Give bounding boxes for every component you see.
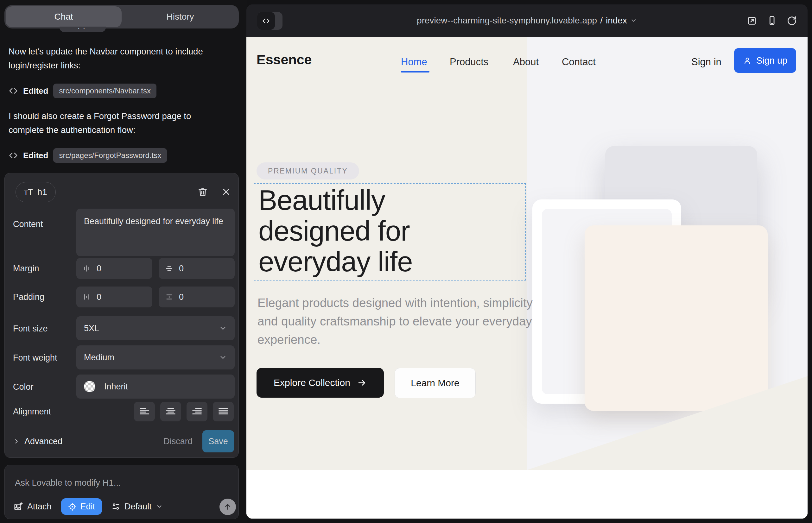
padding-x-input[interactable]: 0 xyxy=(76,287,152,307)
explore-collection-button[interactable]: Explore Collection xyxy=(257,368,384,398)
close-editor-button[interactable] xyxy=(221,186,231,197)
target-icon xyxy=(68,502,77,511)
font-weight-label: Font weight xyxy=(13,353,57,363)
tab-history[interactable]: History xyxy=(123,5,237,29)
edited-label: Edited xyxy=(23,86,48,96)
save-button[interactable]: Save xyxy=(202,430,234,452)
element-editor-panel: тT h1 Content Beautifully designed for e… xyxy=(4,173,239,458)
content-label: Content xyxy=(13,219,43,229)
chevron-down-icon xyxy=(630,17,637,24)
headline-line: everyday life xyxy=(259,246,413,277)
headline-line: designed for xyxy=(259,216,413,246)
mobile-view-button[interactable] xyxy=(766,15,777,26)
url-domain: preview--charming-site-symphony.lovable.… xyxy=(417,16,597,26)
margin-x-input[interactable]: 0 xyxy=(76,258,152,279)
learn-more-button[interactable]: Learn More xyxy=(394,368,476,398)
edited-file-row: Edited src/pages/ForgotPassword.tsx xyxy=(8,147,167,163)
margin-x-value: 0 xyxy=(96,264,101,273)
attach-label: Attach xyxy=(27,502,52,511)
send-button[interactable] xyxy=(219,499,236,515)
padding-vertical-icon xyxy=(165,293,173,301)
font-weight-value: Medium xyxy=(84,353,114,362)
padding-y-input[interactable]: 0 xyxy=(159,287,235,307)
arrow-up-icon xyxy=(224,503,232,511)
margin-y-input[interactable]: 0 xyxy=(159,258,235,279)
nav-link-about[interactable]: About xyxy=(513,56,539,68)
nav-link-contact[interactable]: Contact xyxy=(562,56,596,68)
discard-button[interactable]: Discard xyxy=(162,430,194,452)
advanced-toggle[interactable]: Advanced xyxy=(13,430,63,452)
color-swatch-transparent xyxy=(84,381,95,392)
user-icon xyxy=(743,56,752,65)
sign-in-link[interactable]: Sign in xyxy=(691,56,721,68)
premium-quality-badge: PREMIUM QUALITY xyxy=(257,162,359,180)
align-justify-button[interactable] xyxy=(213,402,234,421)
margin-y-value: 0 xyxy=(179,264,184,273)
align-center-button[interactable] xyxy=(160,402,181,421)
edited-label: Edited xyxy=(23,151,48,161)
open-external-button[interactable] xyxy=(747,15,758,26)
chevron-down-icon xyxy=(219,324,227,332)
assistant-message: I should also create a Forgot Password p… xyxy=(8,109,213,137)
chat-panel: Chat History ·· Now let's update the Nav… xyxy=(0,0,247,523)
composer-toolbar: Attach Edit Default xyxy=(14,498,163,515)
assistant-message: Now let's update the Navbar component to… xyxy=(8,44,213,72)
app-window: Chat History ·· Now let's update the Nav… xyxy=(0,0,812,523)
page-bottom-section xyxy=(246,470,808,519)
tab-chat[interactable]: Chat xyxy=(6,5,122,29)
attach-image-icon xyxy=(14,502,23,511)
mode-select[interactable]: Default xyxy=(111,502,163,511)
attach-button[interactable]: Attach xyxy=(14,502,52,511)
nav-active-underline xyxy=(401,71,429,72)
selected-element-tag: тT h1 xyxy=(16,182,56,202)
margin-vertical-icon xyxy=(165,264,173,273)
edited-file-chip[interactable]: src/components/Navbar.tsx xyxy=(53,84,156,98)
content-input[interactable]: Beautifully designed for everyday life xyxy=(76,209,235,256)
refresh-button[interactable] xyxy=(786,15,797,26)
chevron-right-icon xyxy=(13,438,20,445)
padding-label: Padding xyxy=(13,292,44,302)
sliders-icon xyxy=(111,502,120,511)
delete-element-button[interactable] xyxy=(197,186,208,197)
code-segment[interactable] xyxy=(257,12,275,30)
chevron-down-icon xyxy=(156,503,163,510)
advanced-label: Advanced xyxy=(24,437,63,446)
margin-horizontal-icon xyxy=(83,264,91,273)
external-link-icon xyxy=(747,15,758,26)
padding-horizontal-icon xyxy=(83,293,91,301)
headline-line: Beautifully xyxy=(259,185,413,216)
nav-link-products[interactable]: Products xyxy=(450,56,488,68)
align-right-button[interactable] xyxy=(187,402,208,421)
font-size-value: 5XL xyxy=(84,324,99,333)
align-left-button[interactable] xyxy=(134,402,155,421)
hero-headline[interactable]: Beautifully designed for everyday life xyxy=(259,185,413,277)
color-select[interactable]: Inherit xyxy=(76,375,235,399)
align-left-icon xyxy=(139,406,150,417)
url-separator: / xyxy=(600,16,603,26)
url-bar[interactable]: preview--charming-site-symphony.lovable.… xyxy=(246,4,808,37)
nav-link-home[interactable]: Home xyxy=(401,56,427,68)
padding-x-value: 0 xyxy=(96,292,101,302)
site-logo[interactable]: Essence xyxy=(257,52,312,68)
margin-label: Margin xyxy=(13,264,39,273)
chat-input[interactable] xyxy=(14,475,218,490)
font-size-select[interactable]: 5XL xyxy=(76,316,235,340)
alignment-label: Alignment xyxy=(13,407,51,417)
refresh-icon xyxy=(786,15,797,26)
code-icon xyxy=(8,151,18,160)
code-icon xyxy=(8,86,18,96)
close-icon xyxy=(221,186,231,197)
chat-composer: Attach Edit Default xyxy=(4,465,239,519)
type-icon: тT xyxy=(24,187,33,197)
code-icon xyxy=(262,17,270,25)
arrow-right-icon xyxy=(357,378,367,387)
align-justify-icon xyxy=(217,406,229,417)
edited-file-chip[interactable]: src/pages/ForgotPassword.tsx xyxy=(53,148,167,163)
font-weight-select[interactable]: Medium xyxy=(76,345,235,369)
align-right-icon xyxy=(191,406,203,417)
chevron-down-icon xyxy=(219,353,227,362)
sign-up-button[interactable]: Sign up xyxy=(734,48,796,73)
edit-mode-button[interactable]: Edit xyxy=(61,498,102,515)
mode-label: Default xyxy=(124,502,152,511)
code-view-toggle[interactable] xyxy=(257,12,282,30)
